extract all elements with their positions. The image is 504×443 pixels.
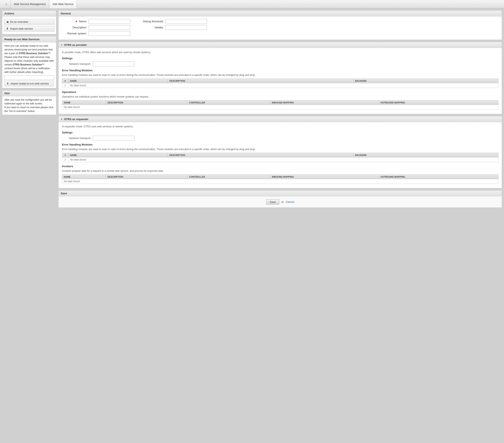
home-icon: ⌂ [5,2,7,6]
ops-col-inbound: INBOUND MAPPING [270,100,379,105]
name-input[interactable] [89,19,130,24]
hint-section: Hint After you save the configuration yo… [2,90,56,115]
validity-label: Validity: [139,26,164,29]
provider-operations-desc: Operations are individual system functio… [62,95,498,99]
inv-col-outbound: OUTBOUND MAPPING [379,175,498,179]
requester-invokers-desc: Invokers prepare data for a request to a… [62,169,498,173]
debug-threshold-row: Debug threshold: Debug [139,19,207,24]
provider-panel-body: In provider mode, OTRS offers web servic… [59,48,502,114]
ops-col-controller: CONTROLLER [187,100,270,105]
ops-col-desc: DESCRIPTION [106,100,187,105]
validity-row: Validity: valid [139,25,207,30]
requester-collapse-icon[interactable]: ▼ [61,118,63,120]
home-button[interactable]: ⌂ [2,0,10,8]
save-panel-title: Save [59,190,502,196]
save-panel-body: Save or Cancel [59,196,502,207]
requester-settings-title: Settings [62,131,498,134]
requester-panel: ▼ OTRS as requester In requester mode, O… [58,116,502,188]
debug-threshold-input[interactable]: Debug [165,19,207,24]
provider-collapse-icon[interactable]: ▼ [61,44,63,46]
requester-error-handling-title: Error Handling Modules [62,143,498,146]
inv-col-name: NAME [62,175,106,179]
requester-subtitle: In requester mode, OTRS uses web service… [62,125,498,129]
provider-transport-row: Network transport: [62,61,498,66]
provider-transport-input[interactable] [93,61,134,66]
requester-table-col-num: # [62,153,68,157]
provider-error-row-num: 1 [62,83,68,88]
import-web-service-button[interactable]: ⬆ Import web service [4,26,54,32]
import-ready-to-run-button[interactable]: ⬆ Import ready-to-run web service [4,81,54,86]
main-layout: Actions ◀ Go to overview ⬆ Import web se… [0,8,504,443]
inv-col-inbound: INBOUND MAPPING [270,175,379,179]
requester-invokers-row-1: No data found. [62,179,498,184]
provider-operations-title: Operations [62,91,498,93]
ops-col-name: NAME [62,100,106,105]
inv-col-desc: DESCRIPTION [106,175,187,179]
provider-transport-label: Network transport: [62,62,91,65]
provider-panel: ▼ OTRS as provider In provider mode, OTR… [58,42,502,114]
cancel-link[interactable]: Cancel [286,200,294,203]
nav-crumb-web-service-management[interactable]: Web Service Management [10,0,49,8]
requester-transport-input[interactable] [93,136,134,141]
provider-table-col-backend: BACKEND [353,79,498,83]
provider-error-handling-title: Error Handling Modules [62,69,498,72]
description-input[interactable] [89,25,130,30]
provider-settings-title: Settings [62,57,498,60]
requester-transport-row: Network transport: [62,136,498,141]
requester-error-row-num: 1 [62,157,68,162]
requester-panel-body: In requester mode, OTRS uses web service… [59,122,502,188]
inv-col-controller: CONTROLLER [187,175,270,179]
ready-to-run-body: Here you can activate ready-to-run web s… [2,42,56,88]
hint-title: Hint [2,91,56,96]
upload2-icon: ⬆ [7,82,9,85]
sidebar: Actions ◀ Go to overview ⬆ Import web se… [2,10,56,441]
go-to-overview-button[interactable]: ◀ Go to overview [4,19,54,25]
provider-error-no-data: No data found. [68,83,498,88]
requester-panel-title: ▼ OTRS as requester [59,116,502,122]
requester-invokers-table: NAME DESCRIPTION CONTROLLER INBOUND MAPP… [62,174,498,184]
top-navigation: ⌂ Web Service Management Add Web Service [0,0,504,8]
required-star: ★ [75,20,78,23]
save-button[interactable]: Save [266,199,280,204]
ready-to-run-title: Ready-to-run Web Services [2,37,56,42]
general-panel: General ★ Name: Description: [58,10,502,40]
requester-error-no-data: No data found. [68,157,498,162]
provider-operations-table: NAME DESCRIPTION CONTROLLER INBOUND MAPP… [62,100,498,110]
remote-system-label: Remote system: [62,32,87,35]
remote-system-input[interactable] [89,31,130,36]
provider-table-col-num: # [62,79,68,83]
requester-table-col-backend: BACKEND [353,153,498,157]
provider-panel-title: ▼ OTRS as provider [59,42,502,48]
or-text: or [281,200,284,203]
name-label: ★ Name: [62,20,87,23]
provider-ops-no-data: No data found. [62,105,498,110]
back-arrow-icon: ◀ [6,20,8,23]
requester-error-handling-desc: Error handling modules are used to react… [62,148,498,151]
upload-icon: ⬆ [6,27,9,30]
ready-to-run-section: Ready-to-run Web Services Here you can a… [2,36,56,88]
provider-table-col-name: NAME [68,79,168,83]
provider-error-table-row-1: 1 No data found. [62,83,498,88]
provider-table-col-desc: DESCRIPTION [168,79,353,83]
provider-error-handling-table: # NAME DESCRIPTION BACKEND 1 No data fou… [62,79,498,88]
provider-subtitle: In provider mode, OTRS offers web servic… [62,51,498,54]
nav-crumb-add-web-service[interactable]: Add Web Service [49,0,77,8]
description-label: Description: [62,26,87,29]
save-panel: Save Save or Cancel [58,190,502,208]
content-area: General ★ Name: Description: [58,10,502,441]
validity-input[interactable]: valid [165,25,207,30]
ready-to-run-search-input[interactable] [4,75,54,80]
requester-invokers-no-data: No data found. [62,179,498,184]
general-panel-body: ★ Name: Description: Remote system: [59,17,502,40]
requester-error-handling-table: # NAME DESCRIPTION BACKEND 1 No data fou… [62,153,498,162]
remote-system-row: Remote system: [62,31,130,36]
ops-col-outbound: OUTBOUND MAPPING [379,100,498,105]
requester-error-table-row-1: 1 No data found. [62,157,498,162]
debug-threshold-label: Debug threshold: [139,20,164,23]
requester-table-col-name: NAME [68,153,168,157]
general-right-fields: Debug threshold: Debug Validity: valid [139,19,207,37]
actions-section: Actions ◀ Go to overview ⬆ Import web se… [2,10,56,34]
general-panel-title: General [59,11,502,17]
name-row: ★ Name: [62,19,130,24]
requester-table-col-desc: DESCRIPTION [168,153,353,157]
